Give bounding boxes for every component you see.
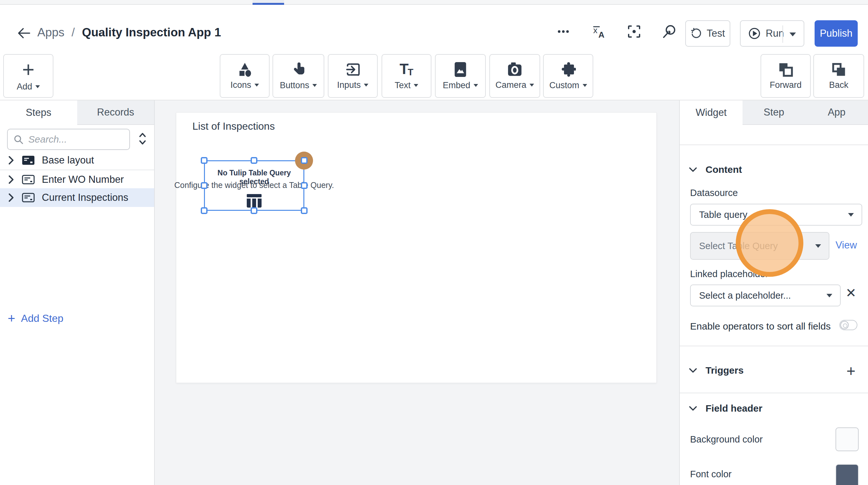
table-query-select-placeholder: Select Table Query [699,241,778,251]
tab-widget[interactable]: Widget [680,100,743,125]
chevron-down-icon [689,368,697,373]
clear-placeholder-icon[interactable]: ✕ [844,286,857,299]
add-button[interactable]: + Add [3,54,53,98]
svg-text:x: x [593,25,597,35]
sort-toggle-label: Enable operators to sort all fields [690,321,831,332]
focus-scan-icon[interactable] [627,24,642,39]
resize-handle-top-middle[interactable] [251,157,257,164]
font-color-label: Font color [690,469,732,480]
toolbar-icons-button[interactable]: Icons [220,54,270,98]
publish-button[interactable]: Publish [815,20,858,47]
resize-handle-middle-left[interactable] [201,182,208,189]
chevron-down-icon [35,85,40,88]
chevron-down-icon [414,84,418,87]
toolbar-embed-button[interactable]: Embed [435,54,486,98]
chevron-down-icon [827,294,832,297]
tab-active-indicator [253,3,284,5]
run-button[interactable]: Run [740,20,804,47]
step-canvas[interactable]: List of Inspections No Tulip Table Query… [176,112,657,383]
step-title-text[interactable]: List of Inspections [192,120,275,132]
sort-toggle[interactable] [839,320,857,330]
shapes-icon [237,62,253,77]
step-icon [22,193,35,203]
resize-handle-bottom-left[interactable] [201,207,208,214]
resize-handle-top-left[interactable] [201,157,208,164]
more-options-icon[interactable] [556,24,571,39]
run-play-icon [748,27,761,39]
field-header-section-header[interactable]: Field header [689,403,763,414]
table-icon [247,194,261,208]
resize-handle-top-right[interactable] [301,157,308,164]
active-browser-tab[interactable] [253,0,284,5]
background-color-label: Background color [690,434,763,445]
tab-records[interactable]: Records [77,100,154,125]
view-link[interactable]: View [836,239,857,251]
breadcrumb-separator: / [71,26,75,39]
chevron-down-icon [583,84,587,87]
chevron-right-icon[interactable] [8,155,15,165]
tab-steps[interactable]: Steps [0,100,77,125]
debug-search-icon[interactable]: ! [662,24,677,39]
toolbar-inputs-button[interactable]: Inputs [328,54,378,98]
breadcrumb-apps-link[interactable]: Apps [37,26,64,39]
toolbar-text-button[interactable]: T T Text [381,54,431,98]
chevron-down-icon [815,244,821,248]
chevron-down-icon [254,84,259,87]
forward-button-label: Forward [770,80,801,90]
plus-icon: + [22,61,35,79]
translate-icon[interactable]: x A [591,24,606,39]
add-step-button[interactable]: + Add Step [8,309,63,328]
send-back-icon [831,62,846,77]
back-button-label: Back [829,80,848,90]
run-dropdown-caret[interactable] [789,32,796,36]
content-section-header[interactable]: Content [689,164,742,175]
send-back-button[interactable]: Back [813,54,864,98]
field-header-section-title: Field header [706,403,763,414]
resize-handle-bottom-middle[interactable] [251,207,257,214]
table-query-select[interactable]: Select Table Query [690,232,829,260]
add-button-label: Add [17,82,32,92]
chevron-right-icon[interactable] [8,175,15,184]
step-label: Enter WO Number [42,174,124,185]
hand-pointer-icon [292,62,305,77]
test-button[interactable]: Test [685,20,730,47]
datasource-select[interactable]: Table query [690,204,862,225]
step-row-base-layout[interactable]: Base layout [0,151,154,170]
step-row-enter-wo-number[interactable]: Enter WO Number [0,170,154,189]
datasource-select-value: Table query [699,210,747,220]
chevron-right-icon[interactable] [8,193,15,203]
search-input[interactable]: Search... [7,129,130,150]
sort-steps-icon[interactable] [138,131,151,148]
step-icon [22,175,35,184]
resize-handle-bottom-right[interactable] [301,207,308,214]
resize-handle-middle-right[interactable] [301,182,308,189]
buttons-button-label: Buttons [280,81,309,90]
svg-text:T: T [408,67,413,77]
step-row-current-inspections[interactable]: Current Inspections [0,188,154,207]
toolbar-custom-button[interactable]: Custom [543,54,593,98]
base-layout-icon [22,155,35,165]
selected-table-widget[interactable]: No Tulip Table Query selected Configure … [204,160,304,211]
font-color-swatch[interactable] [836,464,859,485]
placeholder-select[interactable]: Select a placeholder... [690,284,841,306]
tulip-app-editor: Apps / Quality Inspection App 1 x A [0,0,868,485]
bring-forward-button[interactable]: Forward [761,54,811,98]
triggers-section-title: Triggers [706,365,743,376]
toolbar-buttons-button[interactable]: Buttons [273,54,324,98]
datasource-label: Datasource [690,188,738,198]
text-icon: T T [399,62,414,77]
triggers-section-header[interactable]: Triggers [689,365,743,376]
run-button-divider [782,25,783,43]
input-arrow-icon [345,62,360,77]
toolbar-camera-button[interactable]: Camera [489,54,540,98]
chevron-down-icon [689,167,697,172]
tab-step[interactable]: Step [743,100,805,125]
background-color-swatch[interactable] [836,427,859,451]
add-trigger-icon[interactable]: + [844,365,857,378]
sidebar-tabs: Steps Records [0,100,154,125]
back-arrow-icon[interactable] [17,27,31,39]
tab-app[interactable]: App [805,100,868,125]
chevron-down-icon [312,84,317,87]
publish-button-label: Publish [820,28,852,39]
page-title: Quality Inspection App 1 [82,26,221,39]
